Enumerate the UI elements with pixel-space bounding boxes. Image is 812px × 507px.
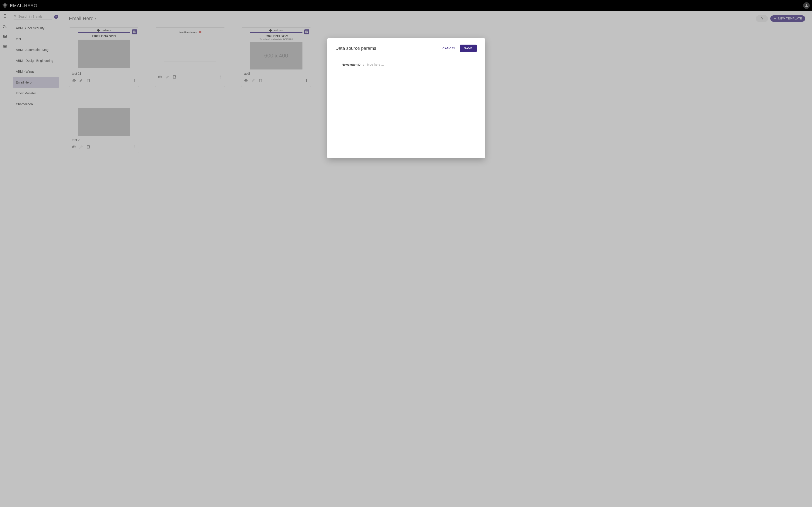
form-row-newsletter-id: Newsletter ID :	[336, 61, 477, 68]
modal-buttons: CANCEL SAVE	[441, 45, 476, 52]
diamond-icon	[1, 2, 9, 9]
save-button[interactable]: SAVE	[460, 45, 477, 52]
modal-header: Data source params CANCEL SAVE	[336, 45, 477, 56]
modal-overlay[interactable]: Data source params CANCEL SAVE Newslette…	[0, 11, 812, 507]
modal-title: Data source params	[336, 46, 376, 51]
form-separator: :	[363, 63, 364, 67]
newsletter-id-input[interactable]	[367, 61, 426, 68]
avatar[interactable]	[803, 2, 810, 9]
app-logo[interactable]: EMAILHERO	[1, 2, 37, 9]
form-label: Newsletter ID	[342, 63, 360, 66]
user-icon	[805, 4, 809, 8]
cancel-button[interactable]: CANCEL	[441, 45, 457, 52]
topbar: EMAILHERO	[0, 0, 812, 11]
svg-point-2	[806, 4, 807, 6]
app-name: EMAILHERO	[10, 3, 37, 8]
modal-divider	[332, 56, 481, 56]
shell: ABM Super SecuritytestABM - Automation M…	[0, 11, 812, 507]
data-source-modal: Data source params CANCEL SAVE Newslette…	[327, 38, 485, 158]
